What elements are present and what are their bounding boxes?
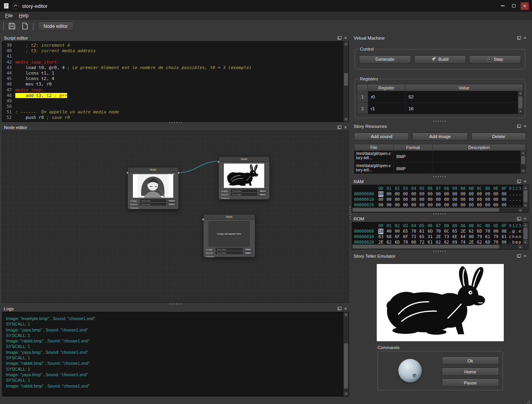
undock-icon[interactable] <box>517 124 521 128</box>
pause-button[interactable]: Pause <box>442 379 499 387</box>
image-select-button[interactable]: Select <box>244 248 252 251</box>
undock-icon[interactable] <box>517 180 521 183</box>
scroll-right-icon[interactable]: ▶ <box>518 207 523 212</box>
rom-vertical-scrollbar[interactable]: ▲ ▼ <box>523 222 528 244</box>
rom-hex-view[interactable]: 00 01 02 03 04 05 06 07 08 09 0A 0B 0C 0… <box>352 222 528 249</box>
undock-icon[interactable] <box>517 217 521 220</box>
emulator-panel-titlebar[interactable]: Story Teller Emulator ✕ <box>352 253 528 259</box>
scroll-track[interactable] <box>523 190 528 203</box>
image-select-button[interactable]: Select <box>258 189 267 193</box>
scroll-up-icon[interactable]: ▲ <box>518 91 523 96</box>
sound-field[interactable]: Texte label <box>231 193 257 196</box>
vm-panel-titlebar[interactable]: Virtual Machine ✕ <box>352 35 528 41</box>
hex-byte-selected[interactable]: 00 <box>378 197 383 202</box>
hex-bytes[interactable]: 00 00 00 00 00 00 00 00 00 00 00 00 00 0… <box>387 197 507 202</box>
hex-row[interactable]: 00000000 16 40 00 65 78 61 6D 70 6C 65 2… <box>354 229 523 234</box>
close-button[interactable]: ✕ <box>521 2 529 10</box>
node-editor-toggle-button[interactable]: Node editor <box>38 22 73 31</box>
resource-row[interactable]: /mnt/data/git/open-story-tell… BMP <box>354 151 526 163</box>
toolbar-drag-handle-2[interactable] <box>33 22 34 30</box>
hex-row[interactable]: 00000020 2E 62 6D 70 00 72 61 62 62 69 7… <box>354 240 523 244</box>
undock-icon[interactable] <box>338 307 341 310</box>
scroll-thumb[interactable] <box>352 245 499 249</box>
hex-row[interactable]: 00000020 00 00 00 00 00 00 00 00 00 00 0… <box>354 202 523 207</box>
scroll-track[interactable] <box>521 155 526 169</box>
scroll-down-icon[interactable]: ▼ <box>523 203 528 207</box>
scroll-up-icon[interactable]: ▲ <box>523 222 528 227</box>
hex-bytes[interactable]: 62 6D 70 00 72 61 62 62 69 74 2E 62 6D 7… <box>387 240 507 244</box>
hex-byte-selected[interactable]: 00 <box>378 191 383 197</box>
image-select-button[interactable]: Select <box>167 199 176 202</box>
hex-bytes[interactable]: 68 6F 6F 73 65 31 2E 73 6E 64 00 79 61 7… <box>387 234 507 240</box>
scroll-track[interactable] <box>518 96 523 109</box>
node-canvas[interactable]: Node Port Out ImageTexte labelSelect Sou… <box>2 131 349 303</box>
sound-field[interactable]: Texte label <box>216 251 243 254</box>
image-field[interactable]: Texte label <box>231 189 257 192</box>
sound-select-button[interactable]: Select <box>167 203 176 206</box>
scroll-thumb[interactable] <box>518 96 523 109</box>
format-column-header[interactable]: Format <box>394 144 433 151</box>
scroll-down-icon[interactable]: ▼ <box>523 240 528 244</box>
generate-button[interactable]: Generate <box>359 55 411 64</box>
close-icon[interactable]: ✕ <box>523 180 527 184</box>
scroll-down-icon[interactable]: ▼ <box>343 391 349 396</box>
delete-button[interactable]: Delete <box>471 133 526 140</box>
hex-bytes[interactable]: 00 00 00 00 00 00 00 00 00 00 00 00 00 0… <box>387 191 507 197</box>
close-icon[interactable]: ✕ <box>344 126 347 129</box>
description-column-header[interactable]: Description <box>433 144 526 151</box>
register-column-header[interactable]: Register <box>368 84 405 91</box>
close-icon[interactable]: ✕ <box>523 36 527 40</box>
scroll-track[interactable] <box>352 244 518 249</box>
build-button[interactable]: Build <box>414 55 466 64</box>
window-resize-grip[interactable] <box>529 401 530 402</box>
hex-row[interactable]: 00000010 63 68 6F 6F 73 65 31 2E 73 6E 6… <box>354 234 523 240</box>
scroll-down-icon[interactable]: ▼ <box>518 109 523 114</box>
rom-horizontal-scrollbar[interactable]: ▶ <box>352 244 528 249</box>
logs-scrollbar[interactable]: ▲ ▼ <box>343 312 349 396</box>
script-editor-panel-titlebar[interactable]: Script editor ✕ <box>2 35 349 41</box>
registers-table[interactable]: Register Value 1 r0 52 2 r1 <box>357 84 523 114</box>
hex-byte-selected[interactable]: 16 <box>378 229 383 234</box>
hex-bytes[interactable]: 00 00 00 00 00 00 00 00 00 00 00 00 00 0… <box>387 202 507 207</box>
scroll-up-icon[interactable]: ▲ <box>343 42 349 46</box>
scroll-thumb[interactable] <box>344 73 348 86</box>
hex-byte-selected[interactable]: 00 <box>378 202 383 207</box>
scroll-thumb[interactable] <box>352 208 499 212</box>
scroll-up-icon[interactable]: ▲ <box>521 151 526 155</box>
close-icon[interactable]: ✕ <box>344 36 347 40</box>
close-icon[interactable]: ✕ <box>344 307 347 311</box>
close-icon[interactable]: ✕ <box>523 124 527 128</box>
scroll-right-icon[interactable]: ▶ <box>518 244 523 249</box>
node-editor-panel-titlebar[interactable]: Node editor ✕ <box>2 124 349 131</box>
scroll-down-icon[interactable]: ▼ <box>343 117 349 122</box>
file-column-header[interactable]: File <box>354 144 394 151</box>
hex-byte-selected[interactable]: 2E <box>378 240 383 244</box>
registers-scrollbar[interactable]: ▲ ▼ <box>517 91 523 114</box>
new-file-button[interactable] <box>20 21 30 31</box>
ram-horizontal-scrollbar[interactable]: ▶ <box>352 207 528 212</box>
input-port[interactable] <box>217 160 220 163</box>
scroll-up-icon[interactable]: ▲ <box>343 312 349 317</box>
scroll-down-icon[interactable]: ▼ <box>521 169 526 173</box>
splitter-rom-emulator[interactable] <box>432 251 447 252</box>
splitter-resources-ram[interactable] <box>432 176 447 177</box>
splitter-node-logs[interactable] <box>169 303 183 305</box>
scroll-track[interactable] <box>343 317 349 391</box>
undock-icon[interactable] <box>338 126 341 129</box>
maximize-button[interactable] <box>510 2 518 10</box>
media-node-1[interactable]: Node Port Out ImageTexte labelSelect Sou… <box>127 167 179 209</box>
menu-file[interactable]: File <box>2 12 16 19</box>
close-icon[interactable]: ✕ <box>523 254 527 258</box>
register-row[interactable]: 2 r1 16 <box>357 103 523 114</box>
code-area[interactable]: 39 ; t2: increment 4 40 ; t3: current me… <box>2 42 343 122</box>
splitter-ram-rom[interactable] <box>432 213 447 215</box>
resource-row[interactable]: /mnt/data/git/open-story-tell… BMP <box>354 163 526 174</box>
scroll-thumb[interactable] <box>344 343 348 389</box>
sound-select-button[interactable]: Select <box>244 251 252 255</box>
logs-panel-titlebar[interactable]: Logs ✕ <box>2 305 349 312</box>
scroll-track[interactable] <box>352 207 518 212</box>
home-button[interactable]: Home <box>442 368 499 376</box>
hex-row[interactable]: 00000000 00 00 00 00 00 00 00 00 00 00 0… <box>354 191 523 197</box>
scroll-thumb[interactable] <box>521 156 525 164</box>
input-port[interactable] <box>126 171 129 174</box>
